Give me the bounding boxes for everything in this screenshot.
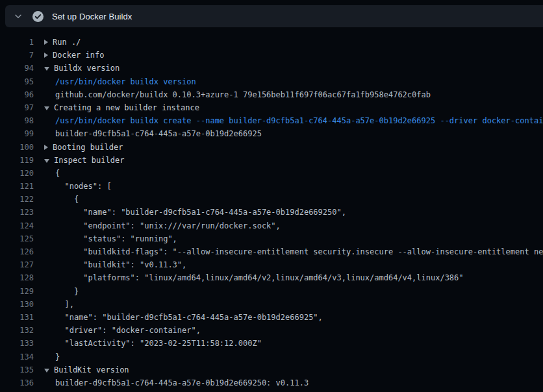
log-row: 125 "status": "running", (0, 232, 543, 245)
log-output-text: "lastActivity": "2023-02-25T11:58:12.000… (55, 337, 262, 350)
line-number[interactable]: 128 (0, 271, 34, 284)
log-row: 123 "name": "builder-d9cfb5a1-c764-445a-… (0, 206, 543, 219)
log-row: 97Creating a new builder instance (0, 101, 543, 114)
step-header[interactable]: Set up Docker Buildx (5, 5, 543, 27)
triangle-down-icon (44, 67, 49, 71)
log-group-label: Inspect builder (54, 154, 124, 167)
log-row: 126 "buildkitd-flags": "--allow-insecure… (0, 245, 543, 258)
line-number[interactable]: 134 (0, 350, 34, 363)
log-group-label: Run ./ (53, 36, 81, 49)
log-output-text: "name": "builder-d9cfb5a1-c764-445a-a57e… (55, 311, 323, 324)
log-output-text: "platforms": "linux/amd64,linux/amd64/v2… (55, 271, 464, 284)
log-output-text: ], (55, 298, 74, 311)
log-row: 99builder-d9cfb5a1-c764-445a-a57e-0b19d2… (0, 127, 543, 140)
log-group-label: Creating a new builder instance (54, 101, 199, 114)
log-command-text: /usr/bin/docker buildx create --name bui… (55, 114, 543, 127)
line-number[interactable]: 120 (0, 167, 34, 180)
triangle-down-icon (44, 369, 49, 373)
log-row: 119Inspect builder (0, 154, 543, 167)
log-row: 94Buildx version (0, 62, 543, 75)
line-number[interactable]: 133 (0, 337, 34, 350)
log-output-text: { (55, 193, 79, 206)
log-output-text: "buildkit": "v0.11.3", (55, 258, 186, 271)
line-number[interactable]: 99 (0, 127, 34, 140)
line-number[interactable]: 129 (0, 285, 34, 298)
log-row: 127 "buildkit": "v0.11.3", (0, 258, 543, 271)
log-row: 120{ (0, 167, 543, 180)
line-number[interactable]: 126 (0, 245, 34, 258)
line-number[interactable]: 131 (0, 311, 34, 324)
log-row: 95/usr/bin/docker buildx version (0, 75, 543, 88)
log-row: 133 "lastActivity": "2023-02-25T11:58:12… (0, 337, 543, 350)
log-output-text: builder-d9cfb5a1-c764-445a-a57e-0b19d2e6… (55, 127, 262, 140)
line-number[interactable]: 121 (0, 180, 34, 193)
log-row: 129 } (0, 285, 543, 298)
log-row: 128 "platforms": "linux/amd64,linux/amd6… (0, 271, 543, 284)
line-number[interactable]: 122 (0, 193, 34, 206)
line-number[interactable]: 95 (0, 75, 34, 88)
log-row: 135BuildKit version (0, 363, 543, 376)
log-row: 134} (0, 350, 543, 363)
line-number[interactable]: 123 (0, 206, 34, 219)
step-title: Set up Docker Buildx (52, 12, 132, 21)
log-row: 96github.com/docker/buildx 0.10.3+azure-… (0, 88, 543, 101)
line-number[interactable]: 7 (0, 49, 34, 62)
triangle-right-icon (44, 145, 48, 150)
log-output-text: } (55, 285, 79, 298)
line-number[interactable]: 96 (0, 88, 34, 101)
log-group-label: BuildKit version (54, 363, 129, 376)
log-group-label: Booting builder (53, 141, 123, 154)
log-row: 130 ], (0, 298, 543, 311)
log-row: 124 "endpoint": "unix:///var/run/docker.… (0, 219, 543, 232)
log-row: 7Docker info (0, 49, 543, 62)
log-output-text: builder-d9cfb5a1-c764-445a-a57e-0b19d2e6… (55, 376, 309, 389)
log-output-text: { (55, 167, 60, 180)
log-group-expanded[interactable]: Buildx version (44, 62, 120, 75)
triangle-down-icon (44, 159, 49, 163)
triangle-right-icon (44, 53, 48, 58)
chevron-down-icon[interactable] (13, 11, 23, 21)
log-group-collapsed[interactable]: Docker info (44, 49, 104, 62)
log-group-collapsed[interactable]: Booting builder (44, 141, 123, 154)
log-output-text: "endpoint": "unix:///var/run/docker.sock… (55, 219, 281, 232)
log-output-text: } (55, 350, 60, 363)
log-output-text: "status": "running", (55, 232, 177, 245)
log-row: 132 "driver": "docker-container", (0, 324, 543, 337)
log-group-label: Buildx version (54, 62, 120, 75)
log-group-collapsed[interactable]: Run ./ (44, 36, 81, 49)
line-number[interactable]: 124 (0, 219, 34, 232)
check-circle-icon (32, 11, 44, 22)
log-row: 122 { (0, 193, 543, 206)
line-number[interactable]: 132 (0, 324, 34, 337)
line-number[interactable]: 119 (0, 154, 34, 167)
log-output-text: github.com/docker/buildx 0.10.3+azure-1 … (55, 88, 431, 101)
line-number[interactable]: 98 (0, 114, 34, 127)
log-command-text: /usr/bin/docker buildx version (55, 75, 196, 88)
log-row: 131 "name": "builder-d9cfb5a1-c764-445a-… (0, 311, 543, 324)
line-number[interactable]: 100 (0, 141, 34, 154)
log-output-text: "driver": "docker-container", (55, 324, 201, 337)
line-number[interactable]: 127 (0, 258, 34, 271)
log-row: 121 "nodes": [ (0, 180, 543, 193)
log-row: 1Run ./ (0, 36, 543, 49)
log-output-text: "nodes": [ (55, 180, 112, 193)
log-group-expanded[interactable]: Creating a new builder instance (44, 101, 199, 114)
log-row: 136builder-d9cfb5a1-c764-445a-a57e-0b19d… (0, 376, 543, 389)
triangle-right-icon (44, 40, 48, 45)
log-group-expanded[interactable]: Inspect builder (44, 154, 124, 167)
line-number[interactable]: 97 (0, 101, 34, 114)
line-number[interactable]: 94 (0, 62, 34, 75)
line-number[interactable]: 136 (0, 376, 34, 389)
log-lines: 1Run ./7Docker info94Buildx version95/us… (0, 36, 543, 389)
triangle-down-icon (44, 106, 49, 110)
log-output-text: "name": "builder-d9cfb5a1-c764-445a-a57e… (55, 206, 346, 219)
log-viewer[interactable]: 1Run ./7Docker info94Buildx version95/us… (0, 27, 543, 392)
log-row: 100Booting builder (0, 141, 543, 154)
log-output-text: "buildkitd-flags": "--allow-insecure-ent… (55, 245, 543, 258)
line-number[interactable]: 130 (0, 298, 34, 311)
line-number[interactable]: 125 (0, 232, 34, 245)
line-number[interactable]: 1 (0, 36, 34, 49)
log-group-expanded[interactable]: BuildKit version (44, 363, 129, 376)
line-number[interactable]: 135 (0, 363, 34, 376)
log-group-label: Docker info (53, 49, 104, 62)
